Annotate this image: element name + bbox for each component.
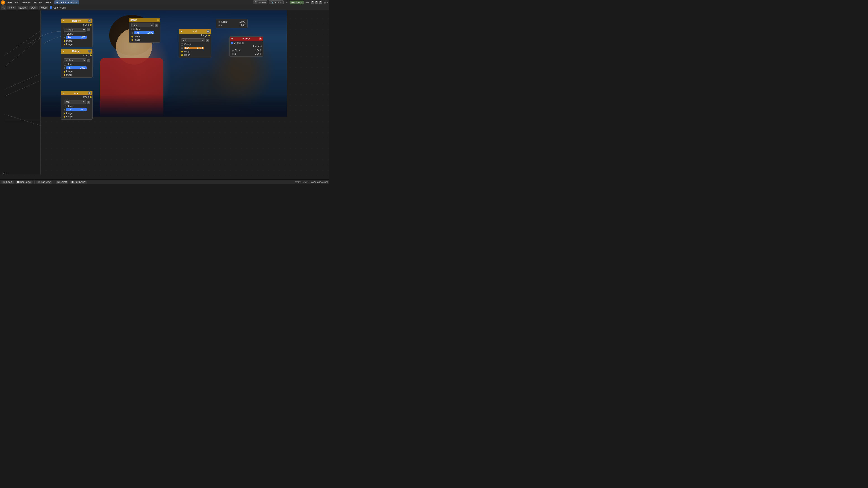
settings-icon[interactable]: ≡ [327, 1, 328, 4]
node-multiply-top[interactable]: ▼ Multiply ⟳ Image Multiply ⊞ Clamp [61, 18, 93, 47]
node-viewer[interactable]: ▼ Viewer ⟳ Use Alpha Image Alpha 1.000 [229, 36, 264, 57]
socket-multiply-top-img1 [64, 40, 65, 42]
node-multiply-mid-title: Multiply [72, 50, 81, 53]
menu-window[interactable]: Window [32, 1, 44, 4]
node-multiply-top-fac-row: Fac 1.000 [63, 35, 91, 39]
node-multiply-mid-clamp-row: Clamp [63, 63, 91, 66]
socket-viewer-z [232, 53, 234, 55]
node-multiply-top-body: Multiply ⊞ Clamp Fac 1.000 [61, 26, 92, 47]
scene-icon: 🎬 [255, 1, 258, 4]
node-add-bot-preview-btn[interactable]: ⟳ [88, 92, 91, 95]
bottom-box-select2-btn[interactable]: ⬜ Box Select [70, 181, 87, 184]
node-multiply-mid-clamp-checkbox[interactable] [64, 63, 66, 66]
node-add-right-operation[interactable]: Add [181, 38, 205, 42]
socket-add-right-fac [181, 47, 183, 49]
view-icon[interactable]: ⊞ [324, 1, 326, 4]
node-add-right-clamp-checkbox[interactable] [181, 43, 183, 46]
back-to-previous-button[interactable]: ◀ Back to Previous [55, 0, 80, 4]
main-area: ▼ Multiply ⟳ Image Multiply ⊞ Clamp [0, 10, 329, 180]
node-multiply-mid-preview-btn[interactable]: ⟳ [88, 50, 91, 53]
node-add-bot-fac-row: Fac 1.000 [63, 108, 91, 111]
node-add-bot-body: Add ⊞ Clamp Fac 1.000 Imag [61, 99, 92, 119]
node-multiply-mid-header: ▼ Multiply ⟳ [61, 49, 92, 54]
menu-help[interactable]: Help [44, 1, 52, 4]
select-btn[interactable]: Select [18, 6, 28, 9]
node-add-right-fac-row: Fac 0.394 [180, 46, 210, 50]
rfinal-selector[interactable]: 📷 R-final [269, 0, 284, 4]
node-multiply-mid-fac-row: Fac 1.000 [63, 66, 91, 70]
node-add-bot-clamp-checkbox[interactable] [64, 105, 66, 107]
node-image-top-add[interactable]: Add [131, 23, 154, 27]
blender-logo: ⚡ [1, 0, 5, 4]
node-image-top-body: Add ⊞ Clamp Fac 1.000 Imag [129, 22, 160, 42]
bottom-pan-view-btn[interactable]: ✥ Pan View [36, 181, 52, 184]
node-multiply-mid-icon-btn[interactable]: ⊞ [87, 59, 90, 62]
close-icon[interactable]: ✕ [285, 1, 288, 4]
node-image-top-clamp-checkbox[interactable] [131, 28, 133, 31]
node-image-top-header: Image [129, 18, 160, 22]
node-add-right[interactable]: ▼ Add ⟳ Image Add ⊞ Clamp [179, 29, 211, 58]
socket-multiply-mid-img1 [64, 71, 65, 72]
node-viewer-preview-btn[interactable]: ⟳ [258, 37, 262, 40]
channel-g-btn[interactable]: G [315, 1, 318, 4]
bottom-select-btn[interactable]: ▶ Select [1, 181, 14, 184]
node-viewer-use-alpha-checkbox[interactable] [230, 42, 233, 44]
node-multiply-top-dropdown-row: Multiply ⊞ [63, 27, 91, 32]
node-multiply-top-icon-btn[interactable]: ⊞ [87, 28, 90, 31]
node-image-top-icon-btn[interactable]: ⊞ [155, 24, 158, 27]
website-label: www.MacW.com [311, 181, 328, 183]
socket-add-bot-fac [64, 109, 65, 111]
node-add-bot-output-image: Image [61, 95, 92, 99]
node-multiply-mid[interactable]: ▼ Multiply ⟳ Image Multiply ⊞ Clamp [61, 49, 93, 78]
node-btn[interactable]: Node [39, 6, 49, 9]
menu-file[interactable]: File [6, 1, 13, 4]
node-add-right-fac-field[interactable]: Fac 0.394 [184, 46, 204, 50]
bottom-box-select-btn[interactable]: ⬜ Box Select [16, 181, 33, 184]
toolbar-node-icon[interactable]: ⬡ [1, 5, 6, 10]
node-image-top-img1-row: Image [130, 35, 159, 38]
left-panel [0, 10, 41, 174]
node-viewer-output-image: Image [230, 44, 263, 48]
node-multiply-mid-fac-field[interactable]: Fac 1.000 [66, 66, 87, 69]
channel-r-btn[interactable]: R [311, 1, 314, 4]
menu-render[interactable]: Render [21, 1, 32, 4]
channel-b-btn[interactable]: B [319, 1, 322, 4]
node-multiply-top-fac-field[interactable]: Fac 1.000 [66, 36, 87, 39]
left-wires-svg [0, 10, 40, 174]
node-multiply-top-img2-row: Image [63, 43, 91, 46]
bottom-pan-icon: ✥ [38, 181, 40, 184]
socket-multiply-mid-img2 [64, 74, 65, 76]
scene-selector[interactable]: 🎬 Scene [253, 0, 268, 4]
node-multiply-top-preview-btn[interactable]: ⟳ [88, 19, 91, 22]
use-nodes-toggle[interactable]: Use Nodes [50, 6, 66, 9]
node-multiply-top-output-image: Image [61, 23, 92, 26]
node-image-top-fac-field[interactable]: Fac 1.000 [134, 31, 154, 34]
node-add-bot-icon-btn[interactable]: ⊞ [87, 101, 90, 104]
backdrop-button[interactable]: Backdrop [289, 1, 304, 4]
node-viewer-body: Alpha 1.000 Z 1.000 [230, 48, 263, 57]
render-icon: 📷 [271, 1, 274, 4]
node-multiply-top-operation[interactable]: Multiply [64, 28, 86, 32]
node-editor[interactable]: ▼ Multiply ⟳ Image Multiply ⊞ Clamp [0, 10, 329, 180]
socket-multiply-top-fac [64, 37, 65, 38]
node-viewer-z-row: Z 1.000 [231, 52, 262, 56]
node-add-right-preview-btn[interactable]: ⟳ [207, 30, 210, 33]
bottom-select-icon: ▶ [3, 181, 5, 184]
channel-buttons: R G B [311, 1, 322, 4]
node-add-bot[interactable]: ▼ Add ⟳ Image Add ⊞ Clamp [61, 91, 93, 120]
bottom-select2-btn[interactable]: ▶ Select [56, 181, 68, 184]
use-nodes-checkbox[interactable] [50, 6, 53, 9]
socket-viewer-out [260, 45, 262, 47]
node-multiply-top-clamp-row: Clamp [63, 32, 91, 35]
node-add-bot-title: Add [74, 92, 79, 94]
node-image-top[interactable]: Image Add ⊞ Clamp Fac [129, 18, 160, 43]
node-add-right-icon-btn[interactable]: ⊞ [206, 39, 209, 42]
node-multiply-top-clamp-checkbox[interactable] [64, 33, 66, 35]
view-btn[interactable]: View [7, 6, 16, 9]
node-add-right-dropdown-row: Add ⊞ [180, 38, 210, 43]
menu-edit[interactable]: Edit [13, 1, 21, 4]
add-btn[interactable]: Add [29, 6, 37, 9]
node-add-bot-operation[interactable]: Add [64, 100, 86, 104]
node-add-bot-fac-field[interactable]: Fac 1.000 [66, 108, 87, 111]
node-multiply-mid-operation[interactable]: Multiply [64, 58, 86, 62]
